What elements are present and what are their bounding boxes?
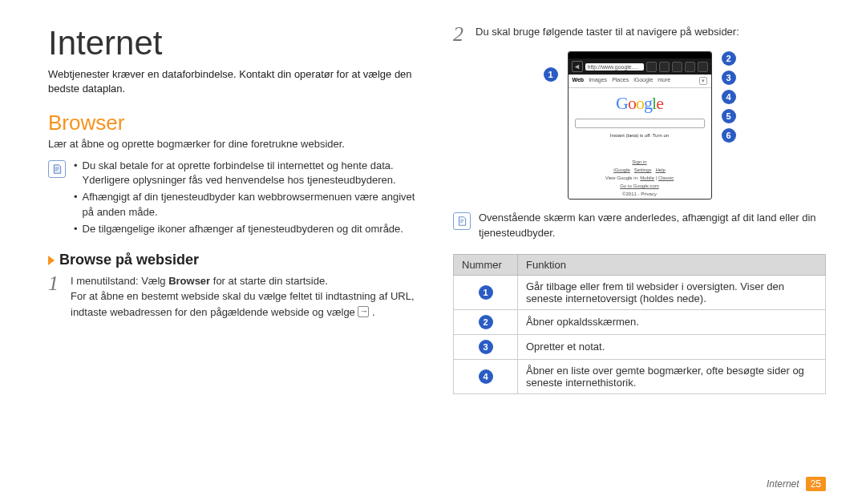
browser-screenshot: ◄ http://www.google.... Web Images Place… [568,51,712,200]
row-badge-3: 3 [479,340,493,354]
table-row: 2 Åbner opkaldsskærmen. [454,309,826,334]
subheading-browse: Browse på websider [48,252,421,268]
link-igoogle[interactable]: iGoogle [613,167,630,172]
note-icon [48,160,66,178]
row-badge-1: 1 [479,285,493,300]
row-func-3: Opretter et notat. [518,334,826,359]
note-1: Du skal betale for at oprette forbindels… [83,159,421,189]
table-row: 4 Åbner en liste over gemte bogmærker, o… [454,359,826,393]
status-bar [569,52,711,58]
row-badge-4: 4 [479,369,493,384]
row-func-2: Åbner opkaldsskærmen. [518,309,826,334]
address-bar[interactable]: http://www.google.... [585,63,644,71]
row-func-4: Åbner en liste over gemte bogmærker, oft… [518,359,826,393]
callout-badge-1-left: 1 [544,67,558,82]
table-row: 1 Går tilbage eller frem til websider i … [454,275,826,309]
toolbar-btn-note-icon[interactable] [659,62,670,72]
th-funktion: Funktion [518,254,826,275]
note-3: De tilgængelige ikoner afhænger af tjene… [83,222,403,237]
step-number-1: 1 [48,273,63,321]
page-title: Internet [48,24,421,62]
footer-section: Internet [767,478,799,490]
note-2: Afhængigt af din tjenesteudbyder kan web… [83,190,421,220]
search-input[interactable] [575,119,705,128]
step1-post: for at starte din startside. [210,275,328,287]
toolbar-btn-reload-icon[interactable] [698,62,708,72]
table-row: 3 Opretter et notat. [454,334,826,359]
section-heading-browser: Browser [48,111,421,135]
step2-text: Du skal bruge følgende taster til at nav… [475,24,826,45]
step1-bold: Browser [168,275,210,287]
callout-badge-4: 4 [722,90,736,104]
chevron-icon [48,256,55,265]
callout-badge-2: 2 [722,51,736,66]
link-help[interactable]: Help [656,167,666,172]
link-view-pre: View Google in: [605,175,641,180]
step1-pre: I menutilstand: Vælg [71,275,168,287]
note-icon [453,212,471,230]
link-classic[interactable]: Classic [658,175,674,180]
footer-page-number: 25 [806,477,826,491]
link-signin[interactable]: Sign in [632,159,646,164]
back-button[interactable]: ◄ [572,61,583,72]
tab-igoogle[interactable]: iGoogle [633,77,653,85]
toolbar-btn-call-icon[interactable] [646,62,657,72]
tab-add-icon[interactable]: ▾ [699,77,707,85]
function-table: Nummer Funktion 1 Går tilbage eller frem… [453,254,826,394]
tab-places[interactable]: Places [612,77,629,85]
callout-badge-5: 5 [722,109,736,123]
link-copyright: ©2011 - Privacy [569,191,711,198]
toolbar-btn-more-icon[interactable] [685,62,695,72]
link-settings[interactable]: Settings [634,167,652,172]
google-logo: Google [569,88,711,117]
callout-badge-6: 6 [722,128,736,143]
browser-subintro: Lær at åbne og oprette bogmærker for din… [48,137,421,151]
screenshot-note: Ovenstående skærm kan være anderledes, a… [479,211,826,241]
th-nummer: Nummer [454,254,518,275]
toolbar-btn-bookmarks-icon[interactable] [672,62,682,72]
row-func-1: Går tilbage eller frem til websider i ov… [518,275,826,309]
tab-images[interactable]: Images [589,77,607,85]
step-number-2: 2 [453,24,467,45]
callout-badge-3: 3 [722,71,736,85]
tab-web[interactable]: Web [573,77,585,85]
link-goto-google[interactable]: Go to Google.com [620,183,659,188]
intro-text: Webtjenester kræver en dataforbindelse. … [48,67,421,96]
link-mobile[interactable]: Mobile [640,175,654,180]
go-arrow-icon [358,306,369,317]
instant-text: Instant (beta) is off: Turn on [569,133,711,138]
tab-more[interactable]: more [658,77,670,85]
row-badge-2: 2 [479,315,493,329]
